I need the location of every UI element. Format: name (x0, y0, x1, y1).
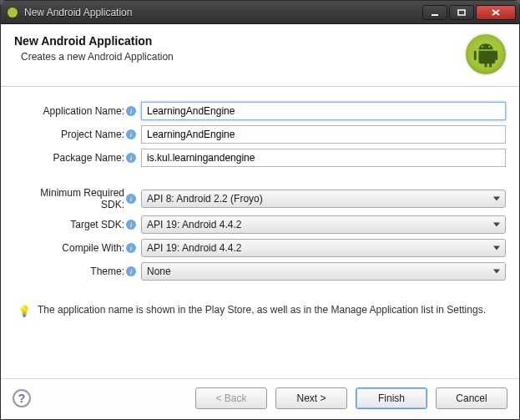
lightbulb-icon: 💡 (18, 304, 31, 317)
svg-point-5 (482, 46, 483, 48)
minimize-button[interactable] (422, 5, 447, 20)
min-sdk-label: Minimum Required SDK: (14, 187, 124, 210)
window-title: New Android Application (24, 7, 422, 18)
project-name-input[interactable] (141, 125, 506, 144)
info-icon: i (126, 243, 136, 253)
android-icon (466, 34, 506, 74)
package-name-label: Package Name: (53, 152, 124, 164)
close-button[interactable] (476, 5, 516, 20)
tip-row: 💡 The application name is shown in the P… (14, 286, 506, 322)
target-sdk-label: Target SDK: (70, 219, 124, 230)
cancel-button[interactable]: Cancel (436, 387, 507, 409)
project-name-label: Project Name: (61, 129, 124, 140)
info-icon: i (126, 266, 136, 276)
compile-with-value: API 19: Android 4.4.2 (147, 242, 241, 254)
tip-text: The application name is shown in the Pla… (38, 304, 486, 316)
chevron-down-icon (493, 197, 500, 201)
info-icon: i (126, 106, 136, 116)
titlebar[interactable]: New Android Application (1, 1, 519, 24)
compile-with-label: Compile With: (62, 242, 124, 254)
target-sdk-select[interactable]: API 19: Android 4.4.2 (141, 215, 506, 234)
back-button: < Back (195, 387, 267, 409)
application-name-label: Application Name: (43, 105, 124, 117)
target-sdk-value: API 19: Android 4.4.2 (147, 219, 241, 230)
svg-rect-2 (458, 10, 465, 15)
header-title: New Android Application (14, 34, 457, 48)
maximize-button[interactable] (449, 5, 474, 20)
chevron-down-icon (493, 223, 500, 227)
theme-value: None (147, 266, 171, 277)
info-icon: i (126, 194, 136, 204)
button-bar: ? < Back Next > Finish Cancel (1, 378, 519, 419)
svg-point-0 (8, 8, 18, 18)
info-icon: i (126, 129, 136, 139)
theme-select[interactable]: None (141, 262, 506, 281)
finish-button[interactable]: Finish (356, 387, 427, 409)
theme-label: Theme: (90, 266, 124, 277)
compile-with-select[interactable]: API 19: Android 4.4.2 (141, 239, 506, 257)
min-sdk-select[interactable]: API 8: Android 2.2 (Froyo) (141, 190, 506, 208)
info-icon: i (126, 153, 136, 163)
svg-rect-1 (432, 14, 438, 16)
dialog-window: New Android Application New Android Appl… (0, 0, 520, 420)
wizard-header: New Android Application Creates a new An… (1, 24, 519, 87)
package-name-input[interactable] (141, 149, 506, 167)
chevron-down-icon (493, 246, 500, 250)
next-button[interactable]: Next > (275, 387, 347, 409)
help-icon[interactable]: ? (13, 389, 31, 407)
application-name-input[interactable] (141, 102, 506, 120)
svg-point-6 (488, 46, 490, 48)
app-icon (6, 6, 19, 19)
info-icon: i (126, 220, 136, 230)
form-area: Application Name:i Project Name:i Packag… (1, 87, 519, 378)
chevron-down-icon (493, 270, 500, 274)
min-sdk-value: API 8: Android 2.2 (Froyo) (147, 193, 263, 205)
header-subtitle: Creates a new Android Application (14, 51, 457, 63)
